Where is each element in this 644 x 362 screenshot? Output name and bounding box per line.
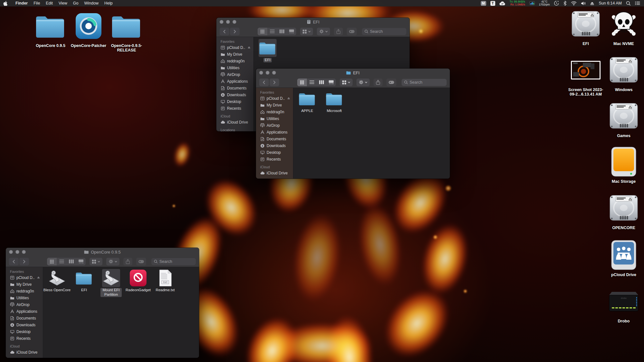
finder-window-efi-front[interactable]: EFI Search FavoritespCloud D...My Driver… [256, 69, 450, 179]
desktop-icon-opencore[interactable]: OPENCORE [605, 191, 642, 230]
minimize-button[interactable] [226, 20, 230, 24]
bluetooth-icon[interactable] [563, 1, 567, 6]
icon-view-button[interactable] [47, 258, 57, 265]
desktop-icon-windows[interactable]: Windows [605, 53, 642, 92]
search-input[interactable]: Search [362, 28, 406, 35]
sidebar-item-downloads[interactable]: Downloads [256, 142, 293, 149]
list-view-button[interactable] [307, 79, 317, 86]
action-gear-button[interactable] [106, 258, 119, 265]
desktop-icon-drobo[interactable]: droboDrobo [605, 284, 642, 323]
pcloud-sync-icon[interactable] [499, 1, 506, 5]
sidebar-item-reddrag0n[interactable]: reddrag0n [256, 108, 293, 115]
desktop-icon-screen-shot-2023-09-2-6-13-41-[interactable]: Screen Shot 2023-09-2...6.13.41 AM [567, 53, 604, 97]
menu-finder[interactable]: Finder [13, 1, 31, 5]
sidebar-item-airdrop[interactable]: AirDrop [256, 122, 293, 129]
file-item-mount-efi-partition[interactable]: Mount EFI Partition [100, 269, 122, 297]
desktop-icon-games[interactable]: Games [605, 99, 642, 138]
sidebar-item-applications[interactable]: Applications [256, 129, 293, 135]
m-menu-extra-icon[interactable]: M [481, 1, 486, 6]
sidebar-item-desktop[interactable]: Desktop [256, 149, 293, 156]
back-button[interactable] [259, 79, 269, 86]
forward-button[interactable] [19, 258, 29, 265]
desktop-icon-opencore-patcher[interactable]: OpenCore-Patcher [70, 9, 107, 48]
gallery-view-button[interactable] [287, 28, 296, 35]
share-button[interactable] [374, 79, 383, 86]
eject-icon[interactable] [287, 97, 290, 100]
apple-menu-icon[interactable] [3, 1, 7, 6]
search-input[interactable]: Search [151, 258, 196, 265]
sidebar-item-applications[interactable]: Applications [216, 78, 253, 85]
sidebar-item-utilities[interactable]: Utilities [6, 294, 43, 301]
sidebar-item-documents[interactable]: Documents [216, 85, 253, 91]
forward-button[interactable] [270, 79, 279, 86]
sidebar-item-icloud-drive[interactable]: iCloud Drive [216, 119, 253, 125]
menu-go[interactable]: Go [70, 1, 81, 5]
desktop-icon-mac-storage[interactable]: Mac Storage [605, 145, 642, 184]
sidebar-item-downloads[interactable]: Downloads [216, 91, 253, 98]
sidebar-item-utilities[interactable]: Utilities [256, 115, 293, 122]
tag-button[interactable] [136, 258, 146, 265]
icon-view-button[interactable] [258, 28, 267, 35]
sidebar-item-desktop[interactable]: Desktop [216, 98, 253, 105]
file-item-radeongadget[interactable]: RadeonGadget [127, 269, 149, 292]
sidebar-item-airdrop[interactable]: AirDrop [216, 71, 253, 78]
desktop-icon-opencore-0-9-5[interactable]: OpenCore 0.9.5 [32, 9, 69, 48]
eject-icon[interactable] [247, 46, 251, 49]
time-machine-icon[interactable] [554, 1, 559, 6]
titlebar[interactable]: EFI [256, 69, 450, 77]
group-by-button[interactable] [340, 79, 353, 86]
desktop-icon-efi[interactable]: EFI [567, 7, 604, 46]
zoom-button[interactable] [22, 250, 26, 254]
file-item-efi[interactable]: EFI [256, 39, 279, 62]
file-area[interactable]: APPLEMicrosoft [293, 88, 450, 179]
eject-icon[interactable] [37, 276, 40, 279]
close-button[interactable] [9, 250, 13, 254]
search-input[interactable]: Search [402, 79, 447, 86]
file-item-readme-txt[interactable]: TXTReadme.txt [154, 269, 176, 292]
sidebar-item-desktop[interactable]: Desktop [6, 328, 43, 335]
titlebar[interactable]: EFI [216, 18, 410, 26]
menu-window[interactable]: Window [81, 1, 101, 5]
file-item-microsoft[interactable]: Microsoft [323, 90, 346, 113]
sidebar-item-utilities[interactable]: Utilities [216, 64, 253, 71]
menu-bar-clock[interactable]: Sun 6:14 AM [599, 1, 622, 5]
back-button[interactable] [9, 258, 19, 265]
list-view-button[interactable] [267, 28, 277, 35]
list-view-button[interactable] [57, 258, 66, 265]
sidebar-item-my-drive[interactable]: My Drive [6, 281, 43, 288]
menu-list-icon[interactable] [635, 1, 640, 5]
menu-edit[interactable]: Edit [43, 1, 56, 5]
sidebar-item-reddrag0n[interactable]: reddrag0n [6, 288, 43, 294]
sidebar-item-pcloud-d-[interactable]: pCloud D... [216, 44, 253, 51]
wifi-icon[interactable] [571, 1, 577, 5]
file-item-bless-opencore[interactable]: Bless OpenCore [46, 269, 68, 292]
tag-button[interactable] [347, 28, 357, 35]
column-view-button[interactable] [66, 258, 76, 265]
sidebar-item-documents[interactable]: Documents [256, 135, 293, 142]
gallery-view-button[interactable] [76, 258, 86, 265]
sidebar-item-icloud-drive[interactable]: iCloud Drive [256, 170, 293, 176]
sidebar-item-my-drive[interactable]: My Drive [256, 102, 293, 108]
zoom-button[interactable] [232, 20, 236, 24]
share-button[interactable] [123, 258, 132, 265]
file-item-efi[interactable]: EFI [73, 269, 95, 292]
finder-window-opencore[interactable]: OpenCore 0.9.5 Search FavoritespCloud D.… [6, 248, 199, 358]
volume-icon[interactable] [581, 1, 586, 5]
back-button[interactable] [220, 28, 229, 35]
istat-gauge-icon[interactable] [529, 1, 535, 5]
desktop-icon-mac-nvme[interactable]: Mac NVME [605, 7, 642, 46]
sidebar-item-recents[interactable]: Recents [256, 156, 293, 162]
sidebar-item-pcloud-d-[interactable]: pCloud D... [6, 274, 43, 281]
sidebar-item-pcloud-d-[interactable]: pCloud D... [256, 95, 293, 102]
gallery-view-button[interactable] [326, 79, 336, 86]
minimize-button[interactable] [266, 71, 270, 75]
action-gear-button[interactable] [356, 79, 370, 86]
group-by-button[interactable] [300, 28, 313, 35]
menu-view[interactable]: View [56, 1, 70, 5]
sidebar-item-icloud-drive[interactable]: iCloud Drive [6, 349, 43, 356]
desktop-icon-opencore-0-9-5-release[interactable]: OpenCore-0.9.5-RELEASE [108, 9, 145, 53]
action-gear-button[interactable] [317, 28, 330, 35]
temp-fan-readout[interactable]: 41°C 1702rpm [539, 0, 550, 6]
t-menu-extra-icon[interactable]: T [490, 1, 495, 6]
menu-help[interactable]: Help [101, 1, 116, 5]
